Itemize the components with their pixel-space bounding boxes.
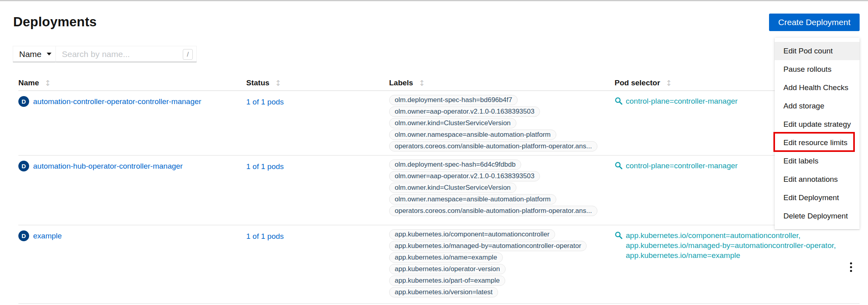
label-pill: app.kubernetes.io/operator-version (389, 264, 506, 274)
label-pill: olm.owner.kind=ClusterServiceVersion (389, 183, 516, 193)
filter-type-dropdown[interactable]: Name (13, 46, 58, 62)
menu-item-delete-deployment[interactable]: Delete Deployment (775, 207, 860, 225)
sort-icon: ↕ (275, 79, 281, 87)
label-pill: olm.owner.namespace=ansible-automation-p… (389, 130, 556, 140)
table-row: D example 1 of 1 pods app.kubernetes.io/… (18, 225, 860, 304)
label-pill: olm.owner.namespace=ansible-automation-p… (389, 194, 556, 205)
menu-item-add-storage[interactable]: Add storage (775, 97, 860, 115)
chevron-down-icon (47, 53, 51, 55)
deployment-name-link[interactable]: automation-hub-operator-controller-manag… (33, 160, 183, 172)
page-top-divider (0, 0, 868, 1)
label-pill: app.kubernetes.io/name=example (389, 252, 503, 263)
deployment-badge: D (18, 230, 29, 241)
filter-type-label: Name (19, 49, 42, 59)
page-title: Deployments (13, 14, 97, 30)
deployment-badge: D (18, 161, 29, 171)
sort-icon: ↕ (45, 79, 51, 87)
menu-item-edit-resource-limits[interactable]: Edit resource limits (775, 134, 860, 152)
label-pill: app.kubernetes.io/version=latest (389, 287, 498, 297)
pod-selector-link[interactable]: app.kubernetes.io/component=automationco… (626, 230, 836, 240)
column-header-labels[interactable]: Labels ↕ (389, 79, 615, 87)
label-pill: operators.coreos.com/ansible-automation-… (389, 141, 597, 152)
deployment-name-link[interactable]: automation-controller-operator-controlle… (33, 96, 201, 107)
column-header-name[interactable]: Name ↕ (18, 79, 246, 87)
sort-icon: ↕ (419, 79, 425, 87)
menu-item-edit-annotations[interactable]: Edit annotations (775, 170, 860, 189)
label-pill: operators.coreos.com/ansible-automation-… (389, 206, 597, 216)
sort-icon: ↕ (666, 79, 672, 87)
pod-selector-link[interactable]: control-plane=controller-manager (626, 96, 738, 106)
label-pill: app.kubernetes.io/component=automationco… (389, 229, 555, 240)
menu-item-edit-deployment[interactable]: Edit Deployment (775, 189, 860, 207)
label-pill: app.kubernetes.io/part-of=example (389, 275, 505, 286)
deployment-badge: D (18, 96, 29, 107)
keyboard-shortcut-badge: / (183, 49, 193, 60)
search-icon (615, 97, 623, 105)
menu-item-edit-update-strategy[interactable]: Edit update strategy (775, 115, 860, 134)
kebab-icon (850, 262, 852, 272)
label-pill: olm.owner.kind=ClusterServiceVersion (389, 118, 516, 128)
label-pill: olm.owner=aap-operator.v2.1.0-0.16383935… (389, 171, 540, 181)
label-pill: olm.deployment-spec-hash=bd696b4f7 (389, 95, 518, 105)
search-input[interactable] (56, 46, 196, 62)
kebab-menu-button[interactable] (847, 232, 855, 303)
menu-item-pause-rollouts[interactable]: Pause rollouts (775, 60, 860, 79)
pod-selector-link[interactable]: app.kubernetes.io/managed-by=automationc… (626, 240, 836, 250)
pod-selector-link[interactable]: control-plane=controller-manager (626, 161, 738, 171)
table-header-row: Name ↕ Status ↕ Labels ↕ Pod selector ↕ (18, 75, 860, 91)
pods-status-link[interactable]: 1 of 1 pods (246, 98, 284, 106)
label-pill: olm.owner=aap-operator.v2.1.0-0.16383935… (389, 106, 540, 117)
search-icon (615, 231, 623, 239)
label-pill: app.kubernetes.io/managed-by=automationc… (389, 241, 587, 251)
create-deployment-button[interactable]: Create Deployment (769, 14, 860, 31)
actions-dropdown-menu: Edit Pod count Pause rollouts Add Health… (775, 38, 860, 229)
label-pill: olm.deployment-spec-hash=6d4c9fdbdb (389, 159, 521, 170)
table-row: D automation-controller-operator-control… (18, 91, 860, 155)
deployments-table: Name ↕ Status ↕ Labels ↕ Pod selector ↕ … (18, 75, 860, 304)
table-row: D automation-hub-operator-controller-man… (18, 155, 860, 225)
pods-status-link[interactable]: 1 of 1 pods (246, 162, 284, 171)
pods-status-link[interactable]: 1 of 1 pods (246, 232, 284, 240)
deployment-name-link[interactable]: example (33, 230, 62, 242)
pod-selector-link[interactable]: app.kubernetes.io/name=example (626, 250, 836, 260)
menu-item-edit-pod-count[interactable]: Edit Pod count (775, 42, 860, 60)
search-icon (615, 161, 623, 169)
menu-item-add-health-checks[interactable]: Add Health Checks (775, 79, 860, 97)
menu-item-edit-labels[interactable]: Edit labels (775, 152, 860, 170)
search-box: / (55, 46, 197, 62)
column-header-status[interactable]: Status ↕ (246, 79, 389, 87)
